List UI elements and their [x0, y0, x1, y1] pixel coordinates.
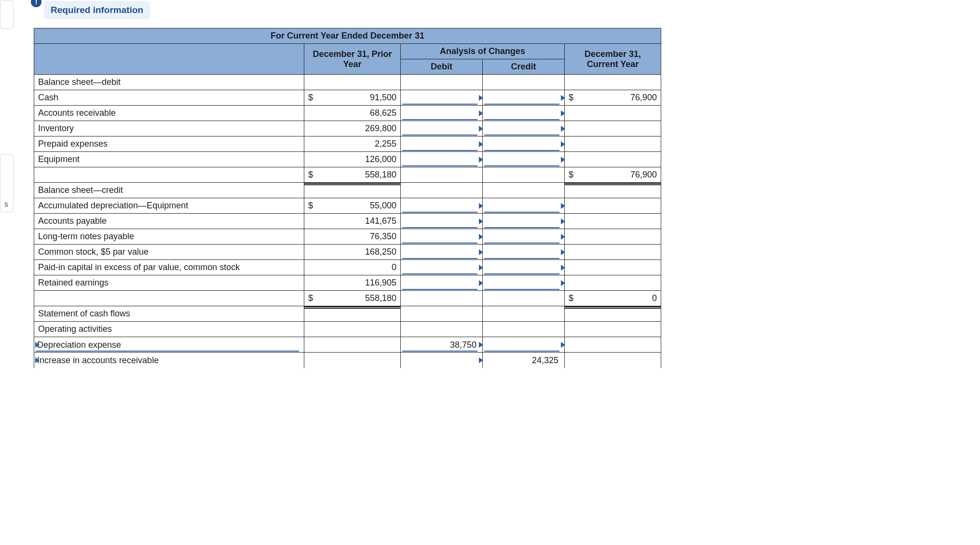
currency-symbol: $ — [304, 90, 324, 106]
credit-input[interactable] — [483, 198, 565, 214]
table-header: For Current Year Ended December 31 Decem… — [34, 28, 661, 75]
row-debit-total: $ 558,180 $ 76,900 — [34, 167, 661, 183]
row-retained-earnings: Retained earnings 116,905 — [34, 275, 661, 291]
credit-input[interactable] — [483, 90, 565, 106]
prior-value: 91,500 — [324, 90, 401, 106]
col-analysis: Analysis of Changes — [401, 44, 565, 59]
credit-input[interactable] — [483, 214, 565, 229]
current-total: 76,900 — [584, 167, 661, 183]
row-accumulated-depreciation: Accumulated depreciation—Equipment $ 55,… — [34, 198, 661, 214]
spreadsheet-worksheet: For Current Year Ended December 31 Decem… — [34, 28, 661, 368]
col-prior-year: December 31, Prior Year — [304, 44, 401, 75]
section-row-bs-debit: Balance sheet—debit — [34, 75, 661, 90]
dropdown-arrow-icon — [561, 110, 565, 116]
row-equipment: Equipment 126,000 — [34, 152, 661, 167]
col-description — [34, 44, 304, 75]
row-accounts-receivable: Accounts receivable 68,625 — [34, 106, 661, 121]
debit-input[interactable] — [401, 214, 483, 229]
currency-symbol: $ — [304, 198, 324, 214]
col-current-year: December 31, Current Year — [565, 44, 661, 75]
section-row-bs-credit: Balance sheet—credit — [34, 183, 661, 198]
debit-input[interactable] — [401, 136, 483, 152]
current-total: 0 — [584, 291, 661, 306]
prior-total: 558,180 — [324, 291, 401, 306]
prior-value: 126,000 — [324, 152, 401, 167]
row-label: Accumulated depreciation—Equipment — [34, 198, 304, 214]
row-paid-in-capital: Paid-in capital in excess of par value, … — [34, 260, 661, 275]
row-inventory: Inventory 269,800 — [34, 121, 661, 136]
col-credit: Credit — [483, 59, 565, 75]
credit-input[interactable] — [483, 229, 565, 245]
dropdown-arrow-icon — [561, 95, 565, 101]
prior-value: 116,905 — [324, 275, 401, 291]
dropdown-arrow-icon — [561, 342, 565, 348]
credit-input[interactable] — [483, 260, 565, 275]
prior-value: 269,800 — [324, 121, 401, 136]
section-label: Statement of cash flows — [34, 306, 304, 322]
row-prepaid-expenses: Prepaid expenses 2,255 — [34, 136, 661, 152]
row-cash: Cash $ 91,500 $ 76,900 — [34, 90, 661, 106]
row-depreciation-expense: Depreciation expense 38,750 — [34, 337, 661, 353]
row-label: Inventory — [34, 121, 304, 136]
credit-input[interactable] — [483, 275, 565, 291]
debit-input[interactable] — [401, 90, 483, 106]
prior-value: 55,000 — [324, 198, 401, 214]
row-label: Common stock, $5 par value — [34, 245, 304, 260]
dropdown-arrow-icon — [561, 203, 565, 209]
dropdown-arrow-icon — [561, 157, 565, 163]
row-label-select[interactable]: Depreciation expense — [34, 337, 304, 353]
prior-value: 76,350 — [324, 229, 401, 245]
prior-value: 141,675 — [324, 214, 401, 229]
dropdown-arrow-icon — [35, 357, 40, 363]
debit-input[interactable] — [401, 353, 483, 368]
col-debit: Debit — [401, 59, 483, 75]
debit-input[interactable] — [401, 275, 483, 291]
currency-symbol: $ — [565, 291, 584, 306]
debit-input[interactable] — [401, 121, 483, 136]
debit-input[interactable] — [401, 152, 483, 167]
dropdown-arrow-icon — [35, 342, 40, 348]
currency-symbol: $ — [304, 167, 324, 183]
row-label: Long-term notes payable — [34, 229, 304, 245]
row-label: Paid-in capital in excess of par value, … — [34, 260, 304, 275]
prior-value: 2,255 — [324, 136, 401, 152]
debit-input[interactable] — [401, 229, 483, 245]
row-increase-in-ar: Increase in accounts receivable 24,325 — [34, 353, 661, 368]
sidebar-card-fragment — [0, 0, 14, 29]
dropdown-arrow-icon — [561, 218, 565, 224]
dropdown-arrow-icon — [561, 234, 565, 240]
credit-input[interactable] — [483, 152, 565, 167]
dropdown-arrow-icon — [561, 280, 565, 286]
dropdown-arrow-icon — [561, 126, 565, 132]
row-accounts-payable: Accounts payable 141,675 — [34, 214, 661, 229]
row-label: Cash — [34, 90, 304, 106]
credit-input[interactable] — [483, 337, 565, 353]
required-information-button[interactable]: Required information — [44, 1, 150, 19]
left-sidebar-fragments: s — [0, 0, 19, 368]
currency-symbol: $ — [304, 291, 324, 306]
row-label: Equipment — [34, 152, 304, 167]
current-value: 76,900 — [584, 90, 661, 106]
prior-total: 558,180 — [324, 167, 401, 183]
prior-value: 168,250 — [324, 245, 401, 260]
debit-input[interactable] — [401, 106, 483, 121]
row-credit-total: $ 558,180 $ 0 — [34, 291, 661, 306]
prior-value: 68,625 — [324, 106, 401, 121]
section-label: Operating activities — [34, 322, 304, 337]
dropdown-arrow-icon — [561, 265, 565, 271]
debit-input[interactable]: 38,750 — [401, 337, 483, 353]
credit-input[interactable] — [483, 245, 565, 260]
debit-input[interactable] — [401, 245, 483, 260]
credit-input[interactable] — [483, 121, 565, 136]
section-row-scf: Statement of cash flows — [34, 306, 661, 322]
debit-input[interactable] — [401, 198, 483, 214]
credit-input[interactable] — [483, 106, 565, 121]
section-row-operating-activities: Operating activities — [34, 322, 661, 337]
currency-symbol: $ — [565, 167, 584, 183]
debit-input[interactable] — [401, 260, 483, 275]
credit-input[interactable] — [483, 136, 565, 152]
row-label-select[interactable]: Increase in accounts receivable — [34, 353, 304, 368]
required-information-label: Required information — [51, 5, 143, 15]
credit-input[interactable]: 24,325 — [483, 353, 565, 368]
dropdown-arrow-icon — [561, 249, 565, 255]
